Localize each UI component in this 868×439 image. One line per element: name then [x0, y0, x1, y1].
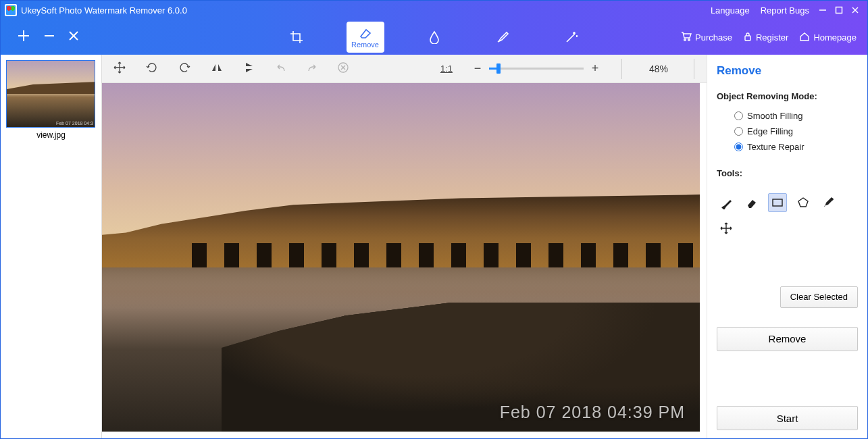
mode-crop[interactable]: [278, 22, 315, 53]
file-controls: [1, 29, 79, 45]
clear-selected-button[interactable]: Clear Selected: [780, 286, 858, 308]
delete-selection-icon[interactable]: [337, 61, 349, 76]
removing-mode-options: Smooth Filling Edge Filling Texture Repa…: [717, 111, 858, 152]
thumbnail-filename: view.jpg: [6, 130, 96, 140]
app-body: Feb 07 2018 04:3 view.jpg 1:1 − +: [1, 55, 867, 438]
tool-eraser[interactable]: [742, 193, 761, 212]
undo-icon[interactable]: [275, 61, 287, 76]
main-toolbar: Remove Purchase Register Ho: [1, 20, 867, 55]
svg-rect-11: [745, 36, 750, 41]
zoom-knob[interactable]: [496, 63, 501, 74]
minimize-button[interactable]: [815, 2, 831, 18]
title-bar: UkeySoft Photo Watermark Remover 6.0.0 L…: [1, 1, 867, 20]
home-icon: [799, 32, 810, 43]
lock-icon: [743, 32, 752, 43]
svg-point-9: [684, 38, 686, 41]
drop-icon: [428, 30, 440, 45]
thumbnail-sidebar: Feb 07 2018 04:3 view.jpg: [1, 55, 102, 438]
purchase-link[interactable]: Purchase: [681, 32, 732, 43]
tool-brush[interactable]: [717, 193, 736, 212]
mode-tabs: Remove: [278, 22, 591, 53]
close-button[interactable]: [847, 2, 863, 18]
report-bugs-link[interactable]: Report Bugs: [761, 5, 809, 16]
tool-rectangle[interactable]: [768, 193, 787, 212]
register-link[interactable]: Register: [743, 32, 788, 43]
thumbnail-stamp: Feb 07 2018 04:3: [56, 121, 93, 126]
thumbnail-item[interactable]: Feb 07 2018 04:3: [6, 60, 95, 128]
svg-point-10: [688, 38, 690, 41]
mode-drop[interactable]: [415, 22, 453, 53]
zoom-track[interactable]: [489, 68, 584, 70]
mode-texture-repair[interactable]: Texture Repair: [734, 142, 858, 152]
app-logo-icon: [5, 4, 17, 16]
zoom-actual-size[interactable]: 1:1: [440, 63, 453, 74]
add-image-button[interactable]: [17, 29, 30, 45]
preview-image[interactable]: Feb 07 2018 04:39 PM: [102, 83, 700, 432]
zoom-value: 48%: [649, 63, 668, 74]
mode-section-label: Object Removing Mode:: [717, 91, 858, 101]
zoom-slider: − +: [471, 61, 601, 76]
photo-watermark-text: Feb 07 2018 04:39 PM: [500, 403, 685, 422]
canvas-area: Feb 07 2018 04:39 PM: [102, 83, 707, 438]
preview-toolbar: 1:1 − + 48%: [102, 55, 707, 83]
cart-icon: [681, 32, 692, 43]
rotate-right-icon[interactable]: [178, 61, 191, 77]
tools-section-label: Tools:: [717, 168, 858, 178]
svg-rect-15: [773, 199, 782, 206]
rotate-left-icon[interactable]: [145, 61, 159, 77]
app-window: UkeySoft Photo Watermark Remover 6.0.0 L…: [0, 0, 868, 439]
panel-title: Remove: [717, 64, 858, 78]
clear-images-button[interactable]: [68, 30, 79, 44]
remove-button[interactable]: Remove: [717, 327, 858, 351]
mode-magic[interactable]: [553, 22, 591, 53]
preview-pane: 1:1 − + 48% Feb 07 2018 04: [102, 55, 707, 438]
svg-rect-1: [836, 7, 842, 14]
brush-icon: [496, 30, 511, 45]
tool-pen[interactable]: [819, 193, 838, 212]
selection-tools: [717, 193, 858, 238]
move-tool-icon[interactable]: [113, 61, 126, 77]
zoom-out-button[interactable]: −: [471, 61, 484, 76]
mode-edge-filling[interactable]: Edge Filling: [734, 126, 858, 136]
flip-horizontal-icon[interactable]: [210, 61, 224, 77]
redo-icon[interactable]: [306, 61, 318, 76]
language-link[interactable]: Language: [711, 5, 750, 16]
maximize-button[interactable]: [831, 2, 847, 18]
tool-move[interactable]: [717, 219, 736, 238]
mode-remove[interactable]: Remove: [347, 22, 384, 53]
header-links: Purchase Register Homepage: [681, 32, 867, 43]
svg-point-16: [832, 199, 833, 200]
eraser-icon: [358, 26, 373, 41]
zoom-in-button[interactable]: +: [589, 61, 601, 76]
tool-polygon[interactable]: [794, 193, 813, 212]
wand-icon: [565, 30, 580, 45]
flip-vertical-icon[interactable]: [242, 61, 256, 77]
start-button[interactable]: Start: [717, 406, 858, 430]
mode-smooth-filling[interactable]: Smooth Filling: [734, 111, 858, 121]
crop-icon: [290, 30, 303, 45]
app-title: UkeySoft Photo Watermark Remover 6.0.0: [21, 5, 187, 16]
right-panel: Remove Object Removing Mode: Smooth Fill…: [707, 55, 867, 438]
mode-retouch[interactable]: [484, 22, 522, 53]
homepage-link[interactable]: Homepage: [799, 32, 857, 43]
mode-remove-label: Remove: [351, 41, 379, 49]
remove-image-button[interactable]: [43, 29, 56, 45]
